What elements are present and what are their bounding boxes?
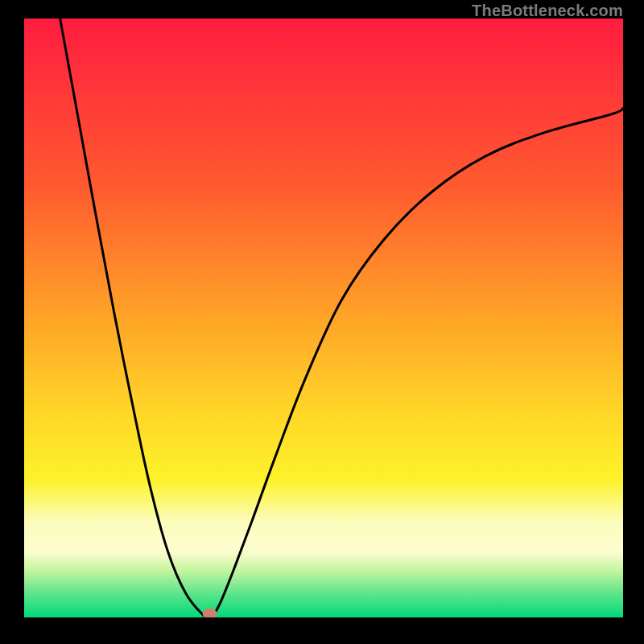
curve-svg — [24, 19, 623, 617]
curve-line — [60, 19, 623, 617]
chart-frame: TheBottleneck.com — [0, 0, 644, 644]
minimum-marker — [203, 609, 217, 617]
watermark: TheBottleneck.com — [472, 2, 623, 20]
plot-area — [24, 19, 623, 617]
